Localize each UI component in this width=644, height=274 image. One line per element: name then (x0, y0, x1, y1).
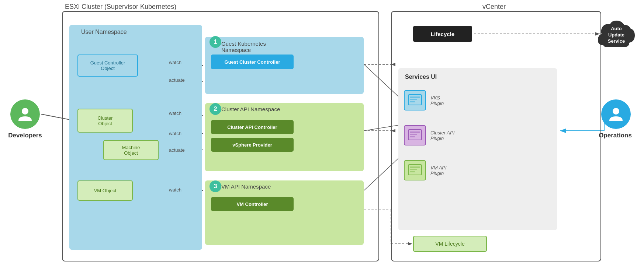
vm-api-plugin-label: VM APIPlugin (430, 165, 447, 176)
namespace-2-label: Cluster API Namespace (221, 106, 280, 112)
vm-api-plugin-item: VM APIPlugin (404, 160, 447, 180)
esxi-cluster-label: ESXi Cluster (Supervisor Kubernetes) (62, 3, 179, 11)
cluster-api-controller-label: Cluster API Controller (227, 124, 277, 130)
svg-rect-30 (410, 101, 415, 102)
vm-api-plugin-icon (404, 160, 426, 180)
cluster-api-plugin-label: Cluster APIPlugin (430, 130, 454, 141)
cluster-api-controller-box: Cluster API Controller (211, 120, 294, 134)
developers-icon (10, 99, 40, 129)
svg-point-25 (22, 108, 28, 115)
vsphere-provider-label: vSphere Provider (232, 142, 272, 148)
auto-update-label: AutoUpdateService (596, 18, 637, 53)
svg-rect-34 (410, 136, 415, 137)
vm-controller-box: VM Controller (211, 197, 294, 211)
arrow-label-watch-3: watch (169, 131, 181, 136)
svg-rect-33 (410, 134, 417, 135)
namespace-1-label: Guest KubernetesNamespace (221, 41, 266, 53)
guest-cluster-controller-label: Guest Cluster Controller (225, 59, 280, 65)
diagram-container: ESXi Cluster (Supervisor Kubernetes) Use… (0, 0, 644, 274)
vm-lifecycle-box: VM Lifecycle (413, 236, 487, 252)
vks-plugin-icon (404, 90, 426, 110)
vks-plugin-label: VKSPlugin (430, 95, 444, 106)
arrow-label-actuate-2: actuate (169, 147, 185, 153)
namespace-3-label: VM API Namespace (221, 183, 271, 190)
cluster-api-plugin-item: Cluster APIPlugin (404, 125, 454, 145)
machine-object-label: MachineObject (122, 145, 140, 156)
cluster-object-label: ClusterObject (97, 115, 112, 126)
lifecycle-box: Lifecycle (413, 26, 472, 42)
badge-1: 1 (210, 36, 221, 48)
arrow-label-watch-2: watch (169, 110, 181, 116)
svg-rect-32 (410, 131, 420, 133)
vks-plugin-item: VKSPlugin (404, 90, 444, 110)
vm-lifecycle-label: VM Lifecycle (435, 241, 464, 247)
svg-rect-29 (410, 99, 417, 100)
machine-object-box: MachineObject (103, 140, 159, 160)
cluster-api-plugin-icon (404, 125, 426, 145)
svg-rect-37 (410, 169, 417, 170)
services-ui-label: Services UI (405, 74, 437, 80)
svg-rect-36 (410, 166, 420, 168)
guest-controller-object-label: Guest ControllerObject (90, 60, 125, 71)
svg-rect-38 (410, 171, 415, 172)
vsphere-provider-box: vSphere Provider (211, 138, 294, 152)
badge-2: 2 (210, 103, 221, 115)
namespace-3-box (205, 180, 364, 245)
operations-icon (601, 99, 631, 129)
vm-object-box: VM Object (77, 180, 133, 201)
arrow-label-actuate-1: actuate (169, 77, 185, 83)
lifecycle-label: Lifecycle (431, 31, 454, 37)
arrow-label-watch-1: watch (169, 60, 181, 65)
namespace-2-box (205, 103, 364, 171)
cluster-object-box: ClusterObject (77, 109, 133, 133)
vm-object-label: VM Object (94, 188, 117, 193)
badge-3: 3 (210, 180, 221, 192)
developers-label: Developers (4, 132, 46, 139)
user-namespace-label: User Namespace (81, 29, 127, 35)
guest-controller-object-box: Guest ControllerObject (77, 55, 138, 77)
guest-cluster-controller-box: Guest Cluster Controller (211, 55, 294, 69)
vcenter-label: vCenter (479, 3, 509, 11)
arrow-label-watch-4: watch (169, 187, 181, 193)
svg-point-26 (613, 108, 619, 115)
svg-rect-28 (410, 96, 420, 98)
vm-controller-label: VM Controller (236, 201, 268, 207)
